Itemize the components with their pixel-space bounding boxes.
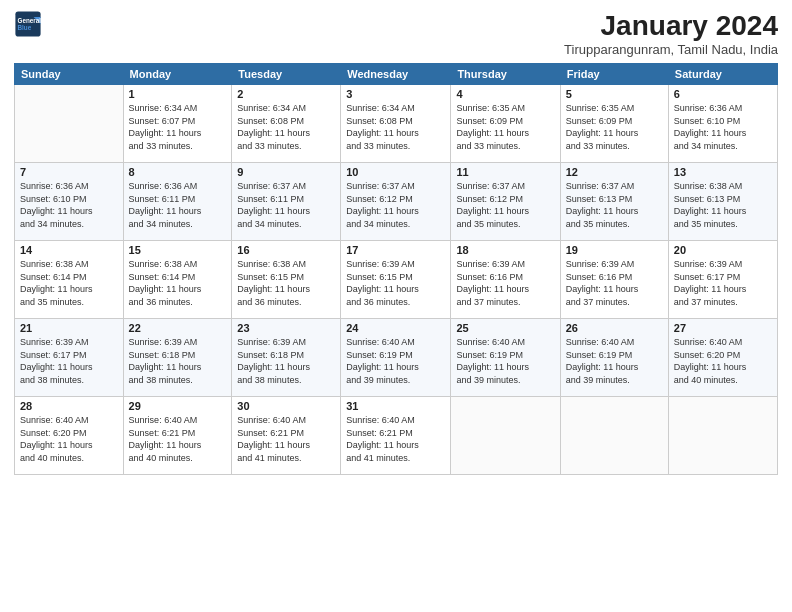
day-info: Sunrise: 6:35 AM Sunset: 6:09 PM Dayligh… [566, 102, 663, 152]
logo: General Blue [14, 10, 42, 38]
calendar-cell: 27Sunrise: 6:40 AM Sunset: 6:20 PM Dayli… [668, 319, 777, 397]
day-number: 23 [237, 322, 335, 334]
calendar-cell: 29Sunrise: 6:40 AM Sunset: 6:21 PM Dayli… [123, 397, 232, 475]
calendar-cell: 5Sunrise: 6:35 AM Sunset: 6:09 PM Daylig… [560, 85, 668, 163]
calendar-cell: 19Sunrise: 6:39 AM Sunset: 6:16 PM Dayli… [560, 241, 668, 319]
day-info: Sunrise: 6:37 AM Sunset: 6:12 PM Dayligh… [456, 180, 554, 230]
day-info: Sunrise: 6:40 AM Sunset: 6:21 PM Dayligh… [129, 414, 227, 464]
calendar-cell: 2Sunrise: 6:34 AM Sunset: 6:08 PM Daylig… [232, 85, 341, 163]
day-number: 25 [456, 322, 554, 334]
day-info: Sunrise: 6:37 AM Sunset: 6:12 PM Dayligh… [346, 180, 445, 230]
calendar-cell: 23Sunrise: 6:39 AM Sunset: 6:18 PM Dayli… [232, 319, 341, 397]
day-number: 27 [674, 322, 772, 334]
header: General Blue January 2024 Tirupparangunr… [14, 10, 778, 57]
calendar-cell: 24Sunrise: 6:40 AM Sunset: 6:19 PM Dayli… [341, 319, 451, 397]
day-number: 31 [346, 400, 445, 412]
day-info: Sunrise: 6:40 AM Sunset: 6:19 PM Dayligh… [566, 336, 663, 386]
day-number: 9 [237, 166, 335, 178]
calendar-cell: 12Sunrise: 6:37 AM Sunset: 6:13 PM Dayli… [560, 163, 668, 241]
day-info: Sunrise: 6:37 AM Sunset: 6:13 PM Dayligh… [566, 180, 663, 230]
day-number: 15 [129, 244, 227, 256]
day-number: 29 [129, 400, 227, 412]
col-saturday: Saturday [668, 64, 777, 85]
day-info: Sunrise: 6:36 AM Sunset: 6:10 PM Dayligh… [674, 102, 772, 152]
day-info: Sunrise: 6:40 AM Sunset: 6:19 PM Dayligh… [456, 336, 554, 386]
day-info: Sunrise: 6:40 AM Sunset: 6:21 PM Dayligh… [237, 414, 335, 464]
week-row-2: 14Sunrise: 6:38 AM Sunset: 6:14 PM Dayli… [15, 241, 778, 319]
col-tuesday: Tuesday [232, 64, 341, 85]
day-info: Sunrise: 6:38 AM Sunset: 6:14 PM Dayligh… [129, 258, 227, 308]
calendar-cell: 6Sunrise: 6:36 AM Sunset: 6:10 PM Daylig… [668, 85, 777, 163]
day-number: 26 [566, 322, 663, 334]
day-number: 7 [20, 166, 118, 178]
calendar-cell: 10Sunrise: 6:37 AM Sunset: 6:12 PM Dayli… [341, 163, 451, 241]
calendar-cell: 17Sunrise: 6:39 AM Sunset: 6:15 PM Dayli… [341, 241, 451, 319]
day-number: 12 [566, 166, 663, 178]
calendar-page: General Blue January 2024 Tirupparangunr… [0, 0, 792, 612]
col-monday: Monday [123, 64, 232, 85]
day-info: Sunrise: 6:36 AM Sunset: 6:10 PM Dayligh… [20, 180, 118, 230]
logo-icon: General Blue [14, 10, 42, 38]
day-info: Sunrise: 6:35 AM Sunset: 6:09 PM Dayligh… [456, 102, 554, 152]
calendar-cell: 11Sunrise: 6:37 AM Sunset: 6:12 PM Dayli… [451, 163, 560, 241]
month-title: January 2024 [564, 10, 778, 42]
day-number: 30 [237, 400, 335, 412]
calendar-cell: 26Sunrise: 6:40 AM Sunset: 6:19 PM Dayli… [560, 319, 668, 397]
header-row: Sunday Monday Tuesday Wednesday Thursday… [15, 64, 778, 85]
calendar-cell: 8Sunrise: 6:36 AM Sunset: 6:11 PM Daylig… [123, 163, 232, 241]
day-info: Sunrise: 6:39 AM Sunset: 6:16 PM Dayligh… [456, 258, 554, 308]
calendar-cell [560, 397, 668, 475]
svg-text:General: General [18, 17, 42, 24]
day-number: 28 [20, 400, 118, 412]
week-row-1: 7Sunrise: 6:36 AM Sunset: 6:10 PM Daylig… [15, 163, 778, 241]
day-info: Sunrise: 6:40 AM Sunset: 6:21 PM Dayligh… [346, 414, 445, 464]
calendar-cell: 20Sunrise: 6:39 AM Sunset: 6:17 PM Dayli… [668, 241, 777, 319]
day-info: Sunrise: 6:40 AM Sunset: 6:20 PM Dayligh… [674, 336, 772, 386]
day-number: 22 [129, 322, 227, 334]
day-info: Sunrise: 6:39 AM Sunset: 6:17 PM Dayligh… [20, 336, 118, 386]
day-number: 18 [456, 244, 554, 256]
calendar-cell [668, 397, 777, 475]
calendar-cell: 30Sunrise: 6:40 AM Sunset: 6:21 PM Dayli… [232, 397, 341, 475]
day-info: Sunrise: 6:36 AM Sunset: 6:11 PM Dayligh… [129, 180, 227, 230]
day-number: 13 [674, 166, 772, 178]
col-sunday: Sunday [15, 64, 124, 85]
calendar-cell: 16Sunrise: 6:38 AM Sunset: 6:15 PM Dayli… [232, 241, 341, 319]
day-number: 21 [20, 322, 118, 334]
day-info: Sunrise: 6:34 AM Sunset: 6:08 PM Dayligh… [346, 102, 445, 152]
day-number: 6 [674, 88, 772, 100]
day-number: 16 [237, 244, 335, 256]
col-wednesday: Wednesday [341, 64, 451, 85]
day-info: Sunrise: 6:40 AM Sunset: 6:19 PM Dayligh… [346, 336, 445, 386]
day-number: 3 [346, 88, 445, 100]
calendar-cell: 3Sunrise: 6:34 AM Sunset: 6:08 PM Daylig… [341, 85, 451, 163]
calendar-cell: 15Sunrise: 6:38 AM Sunset: 6:14 PM Dayli… [123, 241, 232, 319]
day-number: 4 [456, 88, 554, 100]
svg-text:Blue: Blue [18, 24, 32, 31]
calendar-cell: 31Sunrise: 6:40 AM Sunset: 6:21 PM Dayli… [341, 397, 451, 475]
day-info: Sunrise: 6:39 AM Sunset: 6:15 PM Dayligh… [346, 258, 445, 308]
calendar-cell: 7Sunrise: 6:36 AM Sunset: 6:10 PM Daylig… [15, 163, 124, 241]
calendar-cell: 1Sunrise: 6:34 AM Sunset: 6:07 PM Daylig… [123, 85, 232, 163]
day-number: 11 [456, 166, 554, 178]
col-friday: Friday [560, 64, 668, 85]
location: Tirupparangunram, Tamil Nadu, India [564, 42, 778, 57]
day-number: 14 [20, 244, 118, 256]
day-info: Sunrise: 6:39 AM Sunset: 6:16 PM Dayligh… [566, 258, 663, 308]
day-info: Sunrise: 6:37 AM Sunset: 6:11 PM Dayligh… [237, 180, 335, 230]
day-number: 5 [566, 88, 663, 100]
day-number: 10 [346, 166, 445, 178]
day-info: Sunrise: 6:34 AM Sunset: 6:07 PM Dayligh… [129, 102, 227, 152]
calendar-cell: 28Sunrise: 6:40 AM Sunset: 6:20 PM Dayli… [15, 397, 124, 475]
day-number: 20 [674, 244, 772, 256]
day-info: Sunrise: 6:34 AM Sunset: 6:08 PM Dayligh… [237, 102, 335, 152]
calendar-cell: 18Sunrise: 6:39 AM Sunset: 6:16 PM Dayli… [451, 241, 560, 319]
calendar-cell: 25Sunrise: 6:40 AM Sunset: 6:19 PM Dayli… [451, 319, 560, 397]
day-number: 24 [346, 322, 445, 334]
calendar-table: Sunday Monday Tuesday Wednesday Thursday… [14, 63, 778, 475]
calendar-cell [451, 397, 560, 475]
title-area: January 2024 Tirupparangunram, Tamil Nad… [564, 10, 778, 57]
week-row-0: 1Sunrise: 6:34 AM Sunset: 6:07 PM Daylig… [15, 85, 778, 163]
calendar-cell: 4Sunrise: 6:35 AM Sunset: 6:09 PM Daylig… [451, 85, 560, 163]
day-number: 8 [129, 166, 227, 178]
